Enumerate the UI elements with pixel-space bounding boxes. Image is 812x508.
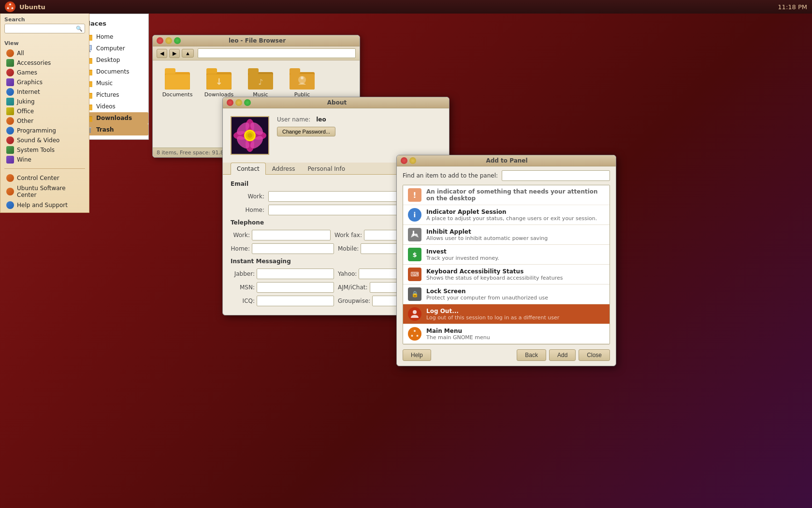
category-other[interactable]: Other: [4, 116, 85, 126]
tab-contact[interactable]: Contact: [231, 163, 266, 175]
back-button[interactable]: ◀: [157, 49, 167, 58]
juking-icon: [6, 98, 14, 105]
category-all-label: All: [17, 50, 24, 57]
icq-input[interactable]: [257, 296, 334, 306]
panel-item-inhibit[interactable]: Inhibit Applet Allows user to inhibit au…: [403, 225, 609, 245]
panel-add-button[interactable]: Add: [549, 349, 576, 361]
category-internet[interactable]: Internet: [4, 87, 85, 97]
panel-item-indicator-session[interactable]: i Indicator Applet Session A place to ad…: [403, 205, 609, 225]
search-box[interactable]: 🔍: [4, 24, 85, 33]
panel-item-invest[interactable]: $ Invest Track your invested money.: [403, 245, 609, 265]
panel-item-keyboard[interactable]: ⌨ Keyboard Accessibility Status Shows th…: [403, 265, 609, 284]
svg-point-66: [414, 330, 416, 332]
jabber-label: Jabber:: [231, 270, 255, 277]
item-title-lock: Lock Screen: [426, 288, 605, 295]
view-label: View: [4, 40, 85, 46]
folder-documents[interactable]: Documents: [160, 68, 194, 140]
category-system-tools[interactable]: System Tools: [4, 145, 85, 155]
about-minimize-button[interactable]: [235, 99, 242, 106]
jabber-input[interactable]: [257, 269, 334, 279]
category-sound-video[interactable]: Sound & Video: [4, 135, 85, 145]
control-center-item[interactable]: Control Center: [4, 173, 85, 183]
username-value: leo: [316, 116, 326, 123]
item-title-indicator: An indicator of something that needs you…: [426, 188, 605, 202]
tel-home-label: Home:: [231, 245, 250, 252]
tel-home-input[interactable]: [252, 243, 334, 254]
panel-item-main-menu[interactable]: Main Menu The main GNOME menu: [403, 324, 609, 344]
category-accessories[interactable]: Accessories: [4, 58, 85, 68]
location-bar[interactable]: [198, 48, 356, 58]
tel-workfax-label: Work fax:: [334, 232, 362, 239]
panel-search-label: Find an item to add to the panel:: [403, 172, 498, 179]
panel-back-button[interactable]: Back: [517, 349, 546, 361]
svg-point-2: [7, 7, 9, 9]
category-other-label: Other: [17, 118, 33, 124]
forward-button[interactable]: ▶: [169, 49, 180, 58]
category-office[interactable]: Office: [4, 106, 85, 116]
category-all[interactable]: All: [4, 48, 85, 58]
tab-address[interactable]: Address: [266, 163, 302, 175]
change-password-button[interactable]: Change Password...: [277, 127, 335, 136]
sound-video-icon: [6, 136, 14, 144]
panel-close-button[interactable]: [401, 157, 407, 164]
avatar-image: [232, 117, 268, 154]
system-tools-icon: [6, 146, 14, 154]
category-juking[interactable]: Juking: [4, 97, 85, 106]
place-music-label: Music: [96, 80, 113, 87]
panel-item-indicator-notification[interactable]: ! An indicator of something that needs y…: [403, 185, 609, 205]
taskbar-left: Ubuntu: [5, 1, 45, 12]
panel-item-log-out[interactable]: Log Out... Log out of this session to lo…: [403, 304, 609, 324]
category-graphics[interactable]: Graphics: [4, 77, 85, 87]
panel-item-lock-screen[interactable]: 🔒 Lock Screen Protect your computer from…: [403, 284, 609, 304]
panel-list[interactable]: ! An indicator of something that needs y…: [403, 185, 610, 344]
category-system-tools-label: System Tools: [17, 147, 55, 153]
place-trash-label: Trash: [96, 126, 114, 133]
about-maximize-button[interactable]: [244, 99, 251, 106]
category-games[interactable]: Games: [4, 68, 85, 77]
menu-divider: [4, 168, 85, 169]
software-center-item[interactable]: Ubuntu Software Center: [4, 183, 85, 200]
msn-input[interactable]: [257, 282, 334, 293]
item-title-invest: Invest: [426, 248, 605, 255]
category-wine[interactable]: Wine: [4, 155, 85, 164]
window-minimize-button[interactable]: [165, 37, 172, 44]
office-icon: [6, 107, 14, 115]
indicator-session-icon: i: [408, 208, 421, 222]
item-text-session: Indicator Applet Session A place to adju…: [426, 209, 605, 222]
svg-point-50: [301, 76, 304, 79]
panel-search-input[interactable]: [502, 170, 610, 181]
up-button[interactable]: ▲: [182, 49, 194, 58]
item-desc-main-menu: The main GNOME menu: [426, 334, 605, 341]
panel-help-button[interactable]: Help: [403, 349, 431, 361]
svg-rect-48: [290, 68, 300, 74]
keyboard-icon: ⌨: [408, 268, 421, 281]
item-desc-inhibit: Allows user to inhibit automatic power s…: [426, 235, 605, 241]
indicator-notification-icon: !: [408, 188, 421, 202]
about-close-button[interactable]: [227, 99, 233, 106]
taskbar-app-name: Ubuntu: [19, 3, 45, 11]
panel-minimize-button[interactable]: [409, 157, 416, 164]
item-text-lock: Lock Screen Protect your computer from u…: [426, 288, 605, 301]
category-accessories-label: Accessories: [17, 60, 51, 66]
help-support-item[interactable]: Help and Support: [4, 200, 85, 210]
category-programming[interactable]: Programming: [4, 126, 85, 135]
file-browser-title: leo - File Browser: [229, 37, 286, 44]
panel-close-dialog-button[interactable]: Close: [579, 349, 610, 361]
item-text-invest: Invest Track your invested money.: [426, 248, 605, 261]
wine-icon: [6, 156, 14, 164]
item-title-inhibit: Inhibit Applet: [426, 228, 605, 235]
panel-search-row: Find an item to add to the panel:: [397, 166, 616, 185]
taskbar-time: 11:18 PM: [778, 3, 807, 11]
place-desktop-label: Desktop: [96, 57, 120, 63]
category-sound-video-label: Sound & Video: [17, 137, 59, 144]
place-pictures-label: Pictures: [96, 91, 119, 98]
tel-work-input[interactable]: [252, 230, 331, 240]
ubuntu-logo-icon[interactable]: [5, 1, 15, 12]
search-input[interactable]: [7, 25, 76, 32]
window-close-button[interactable]: [157, 37, 163, 44]
svg-point-64: [413, 310, 417, 314]
tab-personal-info[interactable]: Personal Info: [301, 163, 351, 175]
window-maximize-button[interactable]: [174, 37, 181, 44]
item-text-keyboard: Keyboard Accessibility Status Shows the …: [426, 268, 605, 281]
lock-screen-icon: 🔒: [408, 287, 421, 301]
